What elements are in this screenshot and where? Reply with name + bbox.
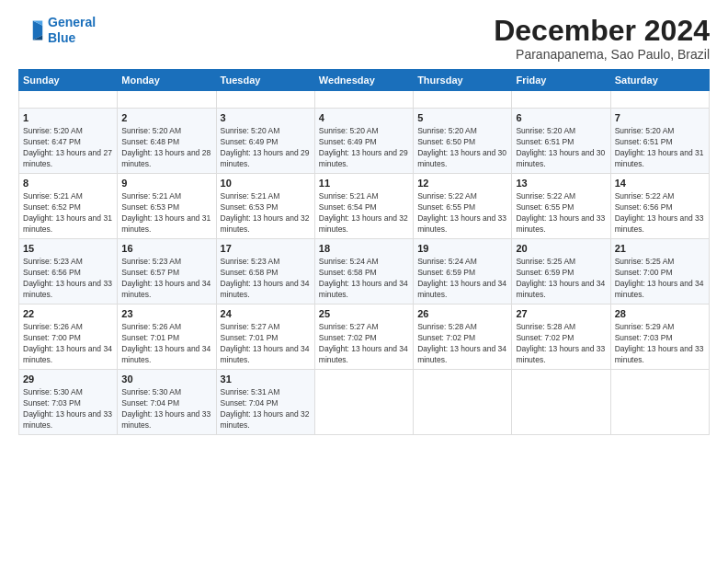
calendar-table: SundayMondayTuesdayWednesdayThursdayFrid… [18,69,710,435]
logo-line1: General [48,15,96,29]
header-row: SundayMondayTuesdayWednesdayThursdayFrid… [19,70,710,91]
header-cell-saturday: Saturday [610,70,709,91]
day-number: 3 [221,111,311,125]
calendar-cell: 18Sunrise: 5:24 AMSunset: 6:58 PMDayligh… [314,238,413,304]
calendar-cell: 6Sunrise: 5:20 AMSunset: 6:51 PMDaylight… [512,109,610,174]
day-number: 6 [516,111,606,125]
calendar-cell: 22Sunrise: 5:26 AMSunset: 7:00 PMDayligh… [19,304,118,369]
calendar-cell [610,91,709,109]
calendar-cell: 11Sunrise: 5:21 AMSunset: 6:54 PMDayligh… [314,174,413,239]
day-number: 26 [417,307,507,321]
header-cell-sunday: Sunday [19,70,118,91]
day-number: 12 [417,177,507,190]
week-row-6: 29Sunrise: 5:30 AMSunset: 7:03 PMDayligh… [19,369,710,434]
day-number: 27 [516,307,606,321]
calendar-cell: 31Sunrise: 5:31 AMSunset: 7:04 PMDayligh… [216,369,314,434]
calendar-cell: 26Sunrise: 5:28 AMSunset: 7:02 PMDayligh… [414,304,512,369]
calendar-cell: 9Sunrise: 5:21 AMSunset: 6:53 PMDaylight… [118,174,216,239]
calendar-cell: 4Sunrise: 5:20 AMSunset: 6:49 PMDaylight… [314,109,413,174]
header-cell-monday: Monday [118,70,216,91]
day-number: 30 [121,373,211,386]
header-cell-friday: Friday [512,70,610,91]
header-cell-tuesday: Tuesday [216,70,314,91]
day-number: 25 [319,307,409,321]
calendar-cell: 7Sunrise: 5:20 AMSunset: 6:51 PMDaylight… [610,109,709,174]
calendar-cell: 25Sunrise: 5:27 AMSunset: 7:02 PMDayligh… [314,304,413,369]
day-number: 21 [615,242,705,256]
day-number: 5 [417,111,507,125]
calendar-cell: 20Sunrise: 5:25 AMSunset: 6:59 PMDayligh… [512,238,610,304]
calendar-cell [414,369,512,434]
day-number: 11 [319,177,409,190]
day-number: 18 [319,242,409,256]
day-number: 17 [221,242,311,256]
calendar-cell [118,91,216,109]
header-cell-wednesday: Wednesday [314,70,413,91]
calendar-cell: 17Sunrise: 5:23 AMSunset: 6:58 PMDayligh… [216,238,314,304]
calendar-cell: 13Sunrise: 5:22 AMSunset: 6:55 PMDayligh… [512,174,610,239]
logo-text: General Blue [48,15,96,46]
day-number: 14 [615,177,705,190]
logo-line2: Blue [48,30,75,45]
day-number: 19 [417,242,507,256]
day-number: 29 [23,373,113,386]
page: General Blue December 2024 Paranapanema,… [0,0,728,563]
calendar-cell: 8Sunrise: 5:21 AMSunset: 6:52 PMDaylight… [19,174,118,239]
header: General Blue December 2024 Paranapanema,… [18,15,710,62]
day-number: 16 [121,242,211,256]
week-row-4: 15Sunrise: 5:23 AMSunset: 6:56 PMDayligh… [19,238,710,304]
week-row-5: 22Sunrise: 5:26 AMSunset: 7:00 PMDayligh… [19,304,710,369]
calendar-cell: 15Sunrise: 5:23 AMSunset: 6:56 PMDayligh… [19,238,118,304]
subtitle: Paranapanema, Sao Paulo, Brazil [494,47,710,62]
calendar-cell: 23Sunrise: 5:26 AMSunset: 7:01 PMDayligh… [118,304,216,369]
calendar-cell: 2Sunrise: 5:20 AMSunset: 6:48 PMDaylight… [118,109,216,174]
day-number: 8 [23,177,113,190]
day-number: 7 [615,111,705,125]
day-number: 20 [516,242,606,256]
calendar-cell: 28Sunrise: 5:29 AMSunset: 7:03 PMDayligh… [610,304,709,369]
day-number: 15 [23,242,113,256]
day-number: 23 [121,307,211,321]
calendar-cell: 21Sunrise: 5:25 AMSunset: 7:00 PMDayligh… [610,238,709,304]
main-title: December 2024 [494,15,710,47]
calendar-cell: 19Sunrise: 5:24 AMSunset: 6:59 PMDayligh… [414,238,512,304]
calendar-cell: 27Sunrise: 5:28 AMSunset: 7:02 PMDayligh… [512,304,610,369]
day-number: 13 [516,177,606,190]
day-number: 24 [221,307,311,321]
day-number: 31 [221,373,311,386]
logo: General Blue [18,15,96,46]
calendar-cell: 24Sunrise: 5:27 AMSunset: 7:01 PMDayligh… [216,304,314,369]
calendar-cell: 5Sunrise: 5:20 AMSunset: 6:50 PMDaylight… [414,109,512,174]
calendar-cell [314,369,413,434]
calendar-cell [414,91,512,109]
day-number: 22 [23,307,113,321]
calendar-cell: 29Sunrise: 5:30 AMSunset: 7:03 PMDayligh… [19,369,118,434]
title-area: December 2024 Paranapanema, Sao Paulo, B… [494,15,710,62]
week-row-3: 8Sunrise: 5:21 AMSunset: 6:52 PMDaylight… [19,174,710,239]
calendar-cell: 16Sunrise: 5:23 AMSunset: 6:57 PMDayligh… [118,238,216,304]
calendar-cell [19,91,118,109]
calendar-cell [216,91,314,109]
day-number: 10 [221,177,311,190]
day-number: 28 [615,307,705,321]
day-number: 9 [121,177,211,190]
day-number: 4 [319,111,409,125]
week-row-1 [19,91,710,109]
header-cell-thursday: Thursday [414,70,512,91]
calendar-cell: 3Sunrise: 5:20 AMSunset: 6:49 PMDaylight… [216,109,314,174]
calendar-cell [512,369,610,434]
calendar-cell [610,369,709,434]
calendar-cell: 12Sunrise: 5:22 AMSunset: 6:55 PMDayligh… [414,174,512,239]
logo-icon [18,17,44,43]
week-row-2: 1Sunrise: 5:20 AMSunset: 6:47 PMDaylight… [19,109,710,174]
day-number: 1 [23,111,113,125]
calendar-cell [314,91,413,109]
calendar-cell: 10Sunrise: 5:21 AMSunset: 6:53 PMDayligh… [216,174,314,239]
calendar-cell [512,91,610,109]
calendar-cell: 30Sunrise: 5:30 AMSunset: 7:04 PMDayligh… [118,369,216,434]
day-number: 2 [121,111,211,125]
calendar-cell: 14Sunrise: 5:22 AMSunset: 6:56 PMDayligh… [610,174,709,239]
calendar-cell: 1Sunrise: 5:20 AMSunset: 6:47 PMDaylight… [19,109,118,174]
